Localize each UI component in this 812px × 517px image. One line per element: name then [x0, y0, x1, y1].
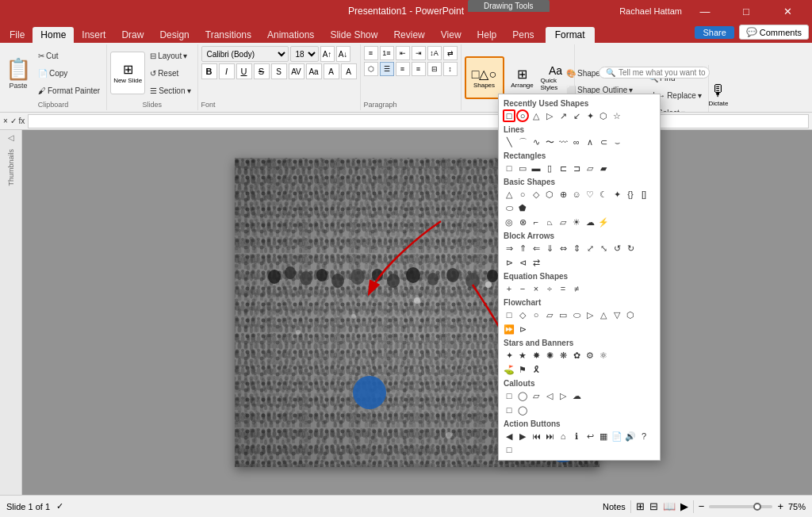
zoom-out-button[interactable]: −: [699, 500, 705, 512]
basic-circle[interactable]: ○: [516, 188, 529, 201]
tab-view[interactable]: View: [433, 27, 469, 43]
basic-face[interactable]: ☺: [570, 188, 583, 201]
fc-arrow[interactable]: ▷: [584, 308, 596, 321]
basic-cube[interactable]: ⬟: [516, 201, 529, 214]
basic-cylinder[interactable]: ⬭: [503, 201, 515, 214]
fc-delay[interactable]: ⊳: [516, 323, 529, 335]
bullets-button[interactable]: ≡: [364, 46, 378, 60]
tab-help[interactable]: Help: [469, 27, 505, 43]
basic-trap[interactable]: ⏢: [543, 216, 556, 228]
ba-up[interactable]: ⇑: [516, 242, 529, 255]
font-name-select[interactable]: Calibri (Body): [201, 46, 289, 62]
shape-star[interactable]: ✦: [584, 109, 596, 122]
callout-cloud[interactable]: ☁: [570, 389, 583, 402]
shape-triangle[interactable]: △: [530, 109, 542, 122]
format-painter-button[interactable]: 🖌 Format Painter: [35, 82, 103, 98]
tab-home[interactable]: Home: [33, 27, 74, 43]
fc-tri[interactable]: △: [597, 308, 610, 321]
shape-zigzag[interactable]: 〜: [543, 136, 556, 148]
shape-wave[interactable]: ∿: [530, 136, 542, 148]
tab-transitions[interactable]: Transitions: [197, 27, 259, 43]
shape-curved[interactable]: ∞: [570, 136, 583, 148]
font-decrease-button[interactable]: A↓: [336, 46, 350, 62]
font-color-button[interactable]: A: [341, 63, 357, 79]
spacing-button[interactable]: AV: [289, 63, 304, 79]
ab-beginning[interactable]: ⏮: [530, 430, 542, 442]
callout-oval[interactable]: ▱: [530, 389, 542, 402]
fc-dtri[interactable]: ▽: [611, 308, 623, 321]
basic-curly[interactable]: {}: [624, 188, 637, 201]
shape-star-empty[interactable]: ☆: [611, 109, 623, 122]
star-gear[interactable]: ⚙: [584, 349, 596, 362]
banner-ribbon[interactable]: 🎗: [530, 363, 542, 376]
shape-arrow-diag[interactable]: ↗: [557, 109, 569, 122]
shape-arc2[interactable]: ⌣: [611, 136, 623, 148]
star-flower[interactable]: ✿: [570, 349, 583, 362]
eq-eq[interactable]: =: [557, 282, 569, 295]
basic-cloud[interactable]: ☁: [584, 216, 596, 228]
shape-rect8[interactable]: ▰: [597, 162, 610, 174]
shape-rect6[interactable]: ⊐: [570, 162, 583, 174]
font-size-select[interactable]: 18: [290, 46, 319, 62]
basic-diamond[interactable]: ◇: [530, 188, 542, 201]
ba-curved2[interactable]: ↻: [624, 242, 637, 255]
shape-arrow-right[interactable]: ▷: [543, 109, 556, 122]
normal-view-button[interactable]: ⊞: [636, 500, 645, 512]
tab-animations[interactable]: Animations: [259, 27, 322, 43]
convert-button[interactable]: ⇄: [443, 46, 458, 60]
align-right-button[interactable]: ≡: [396, 62, 410, 76]
ab-info[interactable]: ℹ: [570, 430, 583, 442]
eq-plus[interactable]: +: [503, 282, 515, 295]
align-left-button[interactable]: ⬡: [364, 62, 378, 76]
comments-button[interactable]: 💬 Comments: [739, 25, 809, 40]
reset-button[interactable]: ↺ Reset: [147, 65, 193, 81]
indent-decrease-button[interactable]: ⇤: [396, 46, 410, 60]
ba-striped[interactable]: ⊳: [503, 256, 515, 269]
eq-minus[interactable]: −: [516, 282, 529, 295]
tab-draw[interactable]: Draw: [113, 27, 151, 43]
eq-div[interactable]: ÷: [543, 282, 556, 295]
callout2-2[interactable]: ◯: [516, 404, 529, 416]
slide-sorter-button[interactable]: ⊟: [649, 500, 658, 512]
basic-sun[interactable]: ☀: [570, 216, 583, 228]
shape-squiggle[interactable]: 〰: [557, 136, 569, 148]
banner-up[interactable]: ⛳: [503, 363, 515, 376]
shape-rect2[interactable]: ▭: [516, 162, 529, 174]
basic-bracket2[interactable]: []: [638, 188, 650, 201]
cut-button[interactable]: ✂ Cut: [35, 48, 103, 63]
basic-heart[interactable]: ♡: [584, 188, 596, 201]
eq-times[interactable]: ×: [530, 282, 542, 295]
fc-doc[interactable]: ▭: [557, 308, 569, 321]
ab-end[interactable]: ⏭: [543, 430, 556, 442]
search-input[interactable]: [619, 68, 706, 77]
shadow-button[interactable]: S: [271, 63, 287, 79]
ab-forward[interactable]: ▶: [516, 430, 529, 442]
ba-left[interactable]: ⇐: [530, 242, 542, 255]
ba-diag1[interactable]: ⤢: [584, 242, 596, 255]
maximize-button[interactable]: □: [728, 2, 764, 20]
basic-bent[interactable]: ⌐: [530, 216, 542, 228]
ab-doc[interactable]: 📄: [611, 430, 623, 442]
line-spacing-button[interactable]: ↕: [443, 62, 458, 76]
basic-triangle[interactable]: △: [503, 188, 515, 201]
tab-format[interactable]: Format: [546, 27, 595, 43]
dictate-button[interactable]: 🎙 Dictate: [701, 73, 736, 113]
bold-button[interactable]: B: [201, 63, 217, 79]
ab-help[interactable]: ?: [638, 430, 650, 442]
ba-diag2[interactable]: ⤡: [597, 242, 610, 255]
zoom-thumb[interactable]: [753, 503, 761, 511]
new-slide-button[interactable]: ⊞ New Slide: [110, 52, 145, 94]
fc-term[interactable]: ○: [530, 308, 542, 321]
ba-curved[interactable]: ↺: [611, 242, 623, 255]
ba-down[interactable]: ⇓: [543, 242, 556, 255]
shape-bracket[interactable]: ⊂: [597, 136, 610, 148]
ab-back[interactable]: ◀: [503, 430, 515, 442]
callout-left[interactable]: ◁: [543, 389, 556, 402]
formula-input[interactable]: [28, 114, 809, 128]
tab-slideshow[interactable]: Slide Show: [322, 27, 385, 43]
zoom-slider[interactable]: [709, 505, 772, 508]
ba-notch[interactable]: ⊲: [516, 256, 529, 269]
eq-neq[interactable]: ≠: [570, 282, 583, 295]
notes-button[interactable]: Notes: [603, 502, 626, 511]
shape-rect3[interactable]: ▬: [530, 162, 542, 174]
